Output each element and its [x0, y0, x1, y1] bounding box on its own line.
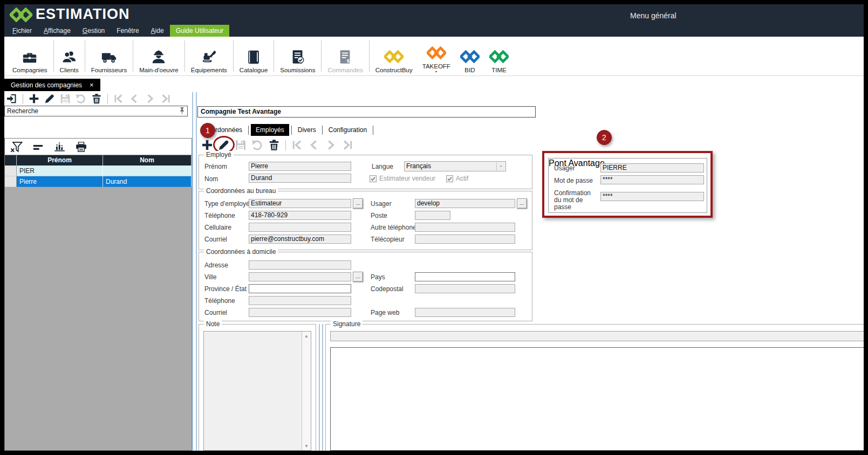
add-employee-button[interactable] — [201, 139, 214, 151]
annotation-step-2-badge: 2 — [597, 130, 612, 145]
toolbar-clients-button[interactable]: Clients — [55, 39, 84, 73]
column-header-prenom[interactable]: Prénom — [17, 155, 103, 166]
scroll-down-icon[interactable]: ▼ — [302, 442, 311, 450]
usager-field[interactable]: develop — [415, 199, 515, 208]
delete-button[interactable] — [268, 139, 281, 151]
nav-next-button[interactable] — [324, 139, 337, 151]
nav-next-button[interactable] — [144, 93, 156, 105]
table-row-filter[interactable]: PIER — [5, 166, 192, 176]
signature-canvas[interactable] — [330, 347, 864, 451]
note-scrollbar[interactable]: ▲ ▼ — [302, 332, 311, 450]
toolbar-main-doeuvre-button[interactable]: Main-d'oeuvre — [134, 39, 183, 73]
langue-select[interactable]: Français — [404, 161, 506, 171]
prenom-field[interactable]: Pierre — [249, 162, 351, 171]
nav-prev-button[interactable] — [307, 139, 320, 151]
undo-button[interactable] — [75, 93, 87, 105]
undo-button[interactable] — [251, 139, 264, 151]
save-button[interactable] — [59, 93, 71, 105]
cell-nom[interactable] — [103, 166, 192, 176]
toolbar-fournisseurs-button[interactable]: Fournisseurs — [86, 39, 132, 73]
chart-icon[interactable] — [53, 141, 66, 153]
cell-prenom[interactable]: PIER — [17, 166, 103, 176]
cell-nom[interactable]: Durand — [103, 176, 192, 187]
ville-browse-button[interactable]: ... — [353, 272, 363, 282]
row-selector[interactable] — [5, 176, 17, 187]
menu-affichage[interactable]: Affichage — [38, 25, 77, 37]
page-web-field[interactable] — [415, 308, 515, 317]
note-signature-splitter[interactable] — [319, 324, 323, 451]
nav-first-button[interactable] — [291, 139, 304, 151]
toolbar-compagnies-button[interactable]: Compagnies — [8, 39, 52, 73]
close-icon[interactable]: × — [90, 81, 94, 89]
nom-field[interactable]: Durand — [249, 174, 351, 183]
toolbar-time-button[interactable]: TIME — [484, 39, 514, 73]
tab-configuration[interactable]: Configuration — [325, 124, 371, 136]
telecopieur-field[interactable] — [415, 235, 515, 244]
autre-telephone-field[interactable] — [415, 223, 515, 232]
toolbar-equipements-button[interactable]: Équipements — [186, 39, 232, 73]
filter-icon[interactable] — [10, 141, 23, 153]
courriel-domicile-field[interactable] — [249, 308, 351, 317]
menu-gestion[interactable]: Gestion — [77, 25, 111, 37]
toolbar-commandes-button[interactable]: Commandes — [323, 39, 367, 73]
delete-button[interactable] — [91, 93, 102, 105]
nav-first-button[interactable] — [113, 93, 125, 105]
row-selector[interactable] — [5, 166, 17, 176]
type-employe-field[interactable]: Estimateur — [249, 199, 351, 208]
cellulaire-field[interactable] — [249, 223, 351, 232]
toolbar-separator — [107, 94, 108, 104]
dropdown-area[interactable] — [496, 162, 505, 170]
type-employe-browse-button[interactable]: ... — [353, 198, 363, 209]
tab-gestion-des-compagnies[interactable]: Gestion des compagnies × — [4, 79, 100, 91]
toolbar-takeoff-button[interactable]: TAKEOFF — [418, 39, 455, 73]
province-field[interactable] — [249, 284, 351, 293]
pont-confirmation-field[interactable]: **** — [600, 192, 704, 201]
table-row-selected[interactable]: Pierre Durand — [5, 176, 192, 187]
panel-splitter[interactable] — [192, 92, 197, 451]
nav-prev-button[interactable] — [128, 93, 140, 105]
courriel-field[interactable]: pierre@constructbuy.com — [249, 235, 351, 244]
save-button[interactable] — [234, 139, 247, 151]
telephone-domicile-field[interactable] — [249, 296, 351, 305]
pont-usager-field[interactable]: PIERRE — [600, 163, 704, 173]
pont-mot-de-passe-field[interactable]: **** — [600, 175, 704, 184]
signature-title-field[interactable] — [330, 331, 864, 341]
toolbar-bid-button[interactable]: BID — [455, 39, 484, 73]
cell-prenom[interactable]: Pierre — [17, 176, 103, 187]
chevron-down-icon[interactable] — [434, 70, 439, 73]
document-dollar-icon — [337, 49, 353, 65]
toolbar-constructbuy-button[interactable]: ConstructBuy — [371, 39, 418, 73]
pays-field[interactable] — [415, 272, 515, 281]
menu-fichier[interactable]: Fichier — [6, 25, 38, 37]
scroll-up-icon[interactable]: ▲ — [302, 332, 311, 340]
menu-aide[interactable]: Aide — [145, 25, 170, 37]
ville-field[interactable] — [249, 272, 351, 281]
menu-fenetre[interactable]: Fenêtre — [111, 25, 145, 37]
pin-icon[interactable] — [178, 107, 186, 115]
edit-employee-button[interactable] — [217, 139, 230, 151]
add-button[interactable] — [28, 93, 40, 105]
column-header-nom[interactable]: Nom — [103, 155, 192, 166]
nav-last-button[interactable] — [160, 93, 172, 105]
codepostal-field[interactable] — [415, 284, 515, 293]
main-toolbar-ribbon: Compagnies Clients Fournisseurs Main-d'o… — [4, 37, 864, 76]
search-input[interactable]: Recherche — [4, 106, 188, 116]
tab-employes[interactable]: Employés — [251, 124, 289, 136]
edit-button[interactable] — [44, 93, 56, 105]
poste-field[interactable] — [415, 211, 450, 220]
exit-button[interactable] — [6, 93, 18, 105]
print-icon[interactable] — [75, 141, 87, 153]
usager-browse-button[interactable]: ... — [517, 198, 527, 209]
toolbar-soumissions-button[interactable]: Soumissions — [275, 39, 320, 73]
toolbar-catalogue-button[interactable]: Catalogue — [235, 39, 272, 73]
estimateur-vendeur-checkbox[interactable]: Estimateur vendeur — [370, 175, 435, 182]
tab-divers[interactable]: Divers — [294, 124, 320, 136]
adresse-field[interactable] — [249, 260, 351, 270]
sort-icon[interactable] — [32, 141, 44, 153]
poste-label: Poste — [371, 212, 387, 219]
menu-guide-utilisateur[interactable]: Guide Utilisateur — [170, 25, 230, 37]
telephone-field[interactable]: 418-780-929 — [249, 211, 351, 220]
nav-last-button[interactable] — [341, 139, 354, 151]
actif-checkbox[interactable]: Actif — [446, 175, 468, 182]
note-textarea[interactable]: ▲ ▼ — [203, 331, 311, 451]
